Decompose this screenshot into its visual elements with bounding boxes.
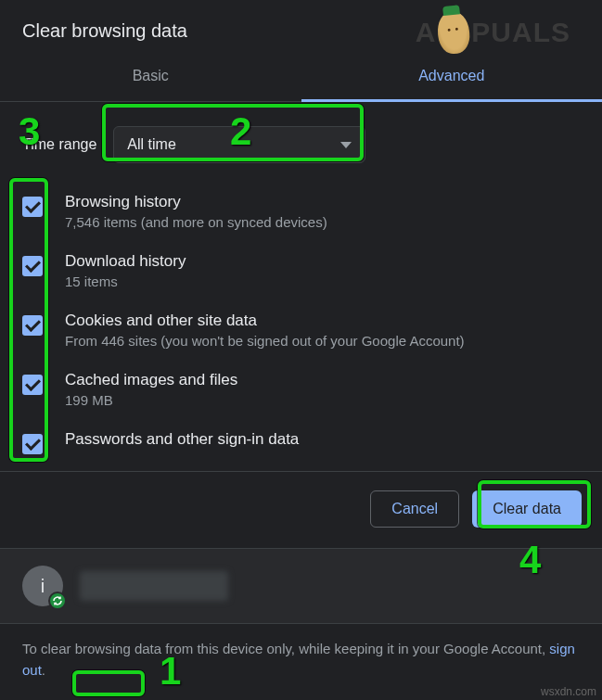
option-subtitle: 7,546 items (and more on synced devices) xyxy=(65,214,327,230)
notice-post: . xyxy=(42,662,45,678)
option-subtitle: 15 items xyxy=(65,274,186,289)
chevron-down-icon xyxy=(340,142,352,148)
time-range-row: Time range All time xyxy=(22,126,580,163)
option-cached: Cached images and files 199 MB xyxy=(22,363,580,423)
checkbox-download-history[interactable] xyxy=(22,256,43,276)
account-section: i xyxy=(0,548,602,624)
dialog-title: Clear browsing data xyxy=(0,0,602,55)
option-title: Browsing history xyxy=(65,193,327,211)
option-title: Passwords and other sign-in data xyxy=(65,430,299,449)
cancel-button[interactable]: Cancel xyxy=(370,490,459,528)
options-list: Browsing history 7,546 items (and more o… xyxy=(22,185,580,469)
option-download-history: Download history 15 items xyxy=(22,245,580,304)
tab-basic[interactable]: Basic xyxy=(0,55,301,101)
clear-data-button[interactable]: Clear data xyxy=(472,490,582,528)
sync-icon xyxy=(48,592,67,610)
time-range-value: All time xyxy=(127,136,175,153)
time-range-label: Time range xyxy=(22,136,96,153)
checkbox-passwords[interactable] xyxy=(22,434,43,454)
notice-pre: To clear browsing data from this device … xyxy=(22,641,549,656)
option-browsing-history: Browsing history 7,546 items (and more o… xyxy=(22,185,580,245)
option-subtitle: From 446 sites (you won't be signed out … xyxy=(65,333,465,349)
avatar-wrap: i xyxy=(22,566,63,606)
option-title: Cached images and files xyxy=(65,371,237,389)
clear-browsing-data-dialog: Clear browsing data Basic Advanced Time … xyxy=(0,0,602,695)
time-range-select[interactable]: All time xyxy=(113,126,365,163)
notice-text: To clear browsing data from this device … xyxy=(0,624,602,695)
checkbox-cookies[interactable] xyxy=(22,315,43,336)
option-title: Download history xyxy=(65,252,186,271)
option-subtitle: 199 MB xyxy=(65,392,237,408)
option-passwords: Passwords and other sign-in data xyxy=(22,423,580,469)
tab-bar: Basic Advanced xyxy=(0,55,602,102)
account-name-redacted xyxy=(80,571,228,601)
option-title: Cookies and other site data xyxy=(65,312,465,330)
dialog-body: Time range All time Browsing history 7,5… xyxy=(0,102,602,469)
checkbox-browsing-history[interactable] xyxy=(22,197,43,217)
dialog-footer: Cancel Clear data xyxy=(0,471,602,548)
tab-advanced[interactable]: Advanced xyxy=(301,55,603,101)
option-cookies: Cookies and other site data From 446 sit… xyxy=(22,304,580,363)
checkbox-cached[interactable] xyxy=(22,375,43,395)
